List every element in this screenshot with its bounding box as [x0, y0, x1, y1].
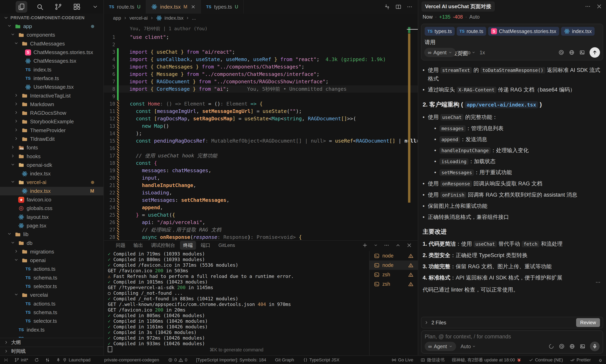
- terminal-session-node[interactable]: node: [370, 251, 418, 260]
- status-go-live[interactable]: Go Live: [391, 357, 413, 363]
- tree-item-lib[interactable]: lib: [0, 230, 103, 239]
- tree-item-favicon.ico[interactable]: ★favicon.ico: [0, 195, 103, 204]
- code-line-28[interactable]: 28 async onResponse(response: Response):…: [104, 234, 418, 240]
- code-line-4[interactable]: 4import { useCallback, useState, useMemo…: [104, 56, 418, 63]
- tree-item-selector.ts[interactable]: TSselector.ts: [0, 317, 103, 325]
- breadcrumb[interactable]: appvercel-aiindex.tsx...: [104, 14, 418, 22]
- response-more-icon[interactable]: [595, 280, 601, 285]
- code-line-9[interactable]: 9: [104, 93, 418, 100]
- activity-branch-button[interactable]: [53, 1, 64, 13]
- tree-item-vercelai[interactable]: vercelai: [0, 291, 103, 299]
- tree-item-RAGDocsShow[interactable]: RAGDocsShow: [0, 109, 103, 117]
- attach-image-icon[interactable]: [579, 50, 585, 55]
- tree-item-schema.ts[interactable]: TSschema.ts: [0, 273, 103, 282]
- code-line-13[interactable]: 13 new Map(): [104, 122, 418, 130]
- status-sync[interactable]: [34, 358, 39, 362]
- sidebar-section-timeline[interactable]: 时间线: [0, 347, 103, 355]
- mic-button[interactable]: [590, 342, 600, 351]
- breadcrumb-file[interactable]: index.tsx: [164, 15, 184, 21]
- dots-editor-action-icon[interactable]: [407, 4, 413, 10]
- code-line-22[interactable]: 22 isLoading,: [104, 189, 418, 196]
- status-project-name[interactable]: private-component-codegen: [104, 357, 159, 363]
- web-icon[interactable]: [569, 50, 575, 55]
- terminal-session-zsh[interactable]: zsh: [370, 279, 418, 289]
- terminal-output[interactable]: ✓ Compiled in 719ms (10393 modules)✓ Com…: [108, 251, 365, 355]
- tree-item-globals.css[interactable]: globals.css: [0, 204, 103, 213]
- status-anime-reminder[interactable]: 很神秘, 有2部番 update at 18:00: [452, 357, 521, 363]
- tab-route.ts[interactable]: TSroute.tsU: [104, 0, 146, 14]
- status-ts-importer[interactable]: [TypeScript Importer]: Symbols: 184: [196, 357, 266, 363]
- sidebar-section-outline[interactable]: 大纲: [0, 338, 103, 347]
- code-line-1[interactable]: 1"use client";: [104, 33, 418, 41]
- mention-icon[interactable]: [558, 50, 564, 55]
- status-remote-indicator[interactable]: [4, 358, 8, 362]
- explorer-section-header[interactable]: PRIVATE-COMPONENT-CODEGEN: [0, 14, 103, 22]
- status-prettier[interactable]: Prettier: [570, 357, 591, 363]
- code-line-19[interactable]: 19 messages: chatMessages,: [104, 167, 418, 174]
- tree-item-fonts[interactable]: Aafonts: [0, 143, 103, 152]
- close-panel-icon[interactable]: [407, 243, 412, 248]
- code-line-27[interactable]: 27 // 处理响应，用于提取 RAG 文档: [104, 226, 418, 234]
- code-line-2[interactable]: 2: [104, 41, 418, 48]
- tree-item-vercel-ai[interactable]: vercel-ai: [0, 178, 103, 187]
- code-line-11[interactable]: 11 const [messageImgUrl, setMessageImgUr…: [104, 107, 418, 115]
- split-editor-action-icon[interactable]: [395, 4, 401, 10]
- panel-tab-调试控制台[interactable]: 调试控制台: [148, 241, 178, 250]
- tree-item-index.tsx[interactable]: index.tsx: [0, 169, 103, 178]
- breadcrumb-part[interactable]: vercel-ai: [129, 15, 148, 21]
- tree-item-actions.ts[interactable]: TSactions.ts: [0, 299, 103, 308]
- new-terminal-icon[interactable]: [362, 243, 368, 248]
- code-editor[interactable]: You, 7秒钟前 | 1 author (You) 1"use client"…: [104, 22, 418, 240]
- close-icon[interactable]: [191, 5, 195, 9]
- multiplier[interactable]: 1x: [480, 50, 485, 55]
- send-button[interactable]: [590, 47, 600, 58]
- tree-item-selector.ts[interactable]: TSselector.ts: [0, 282, 103, 291]
- tree-item-interface.ts[interactable]: TSinterface.ts: [0, 74, 103, 83]
- tree-item-app[interactable]: app: [0, 22, 103, 31]
- code-line-5[interactable]: 5import { ChatMessages } from "../compon…: [104, 63, 418, 70]
- web-icon[interactable]: [569, 343, 575, 349]
- tree-item-UserMessage.tsx[interactable]: UserMessage.tsx: [0, 83, 103, 91]
- code-line-25[interactable]: 25 } = useChat({: [104, 211, 418, 219]
- panel-tab-终端[interactable]: 终端: [180, 241, 196, 250]
- panel-tab-问题[interactable]: 问题: [113, 241, 129, 250]
- tree-item-ChatMessages.tsx[interactable]: ChatMessages.tsx: [0, 57, 103, 65]
- code-line-26[interactable]: 26 api: "/api/vercelai",: [104, 219, 418, 226]
- tree-item-index.tsx[interactable]: index.tsxM: [0, 187, 103, 195]
- context-chip-route.ts[interactable]: TSroute.ts: [457, 27, 486, 36]
- code-line-24[interactable]: 24 append,: [104, 204, 418, 211]
- tree-item-openai-sdk[interactable]: openai-sdk: [0, 161, 103, 169]
- code-line-3[interactable]: 3import { useChat } from "ai/react";: [104, 48, 418, 56]
- code-line-18[interactable]: 18 const {: [104, 159, 418, 167]
- activity-search-button[interactable]: [34, 1, 46, 13]
- panel-tab-输出[interactable]: 输出: [130, 241, 146, 250]
- tree-item-openai[interactable]: openai: [0, 256, 103, 265]
- status-git-graph[interactable]: Git Graph: [275, 357, 294, 363]
- status-notifications[interactable]: [598, 358, 603, 362]
- status-language-mode[interactable]: TypeScript JSX: [303, 357, 339, 363]
- context-chip-index.tsx[interactable]: index.tsx: [561, 27, 594, 36]
- diff-editor-action-icon[interactable]: [384, 4, 390, 10]
- tree-item-TldrawEdit[interactable]: TldrawEdit: [0, 135, 103, 143]
- terminal-session-zsh[interactable]: zsh: [370, 270, 418, 279]
- close-icon[interactable]: [596, 3, 602, 9]
- tree-item-actions.ts[interactable]: TSactions.ts: [0, 265, 103, 273]
- attach-image-icon[interactable]: [579, 343, 586, 349]
- tree-item-index.ts[interactable]: TSindex.ts: [0, 325, 103, 334]
- maximize-panel-icon[interactable]: [395, 243, 401, 248]
- code-line-12[interactable]: 12 const [ragDocsMap, setRagDocsMap] = u…: [104, 115, 418, 122]
- panel-tab-端口[interactable]: 端口: [198, 241, 214, 250]
- terminal-profile-icon[interactable]: [374, 243, 378, 247]
- model-select[interactable]: Auto: [460, 344, 475, 349]
- status-compare-changes[interactable]: [45, 358, 50, 362]
- code-line-15[interactable]: 15 const pendingRagDocsRef: MutableRefOb…: [104, 137, 418, 144]
- tree-item-InteractiveTagList[interactable]: InteractiveTagList: [0, 91, 103, 100]
- code-line-14[interactable]: 14 );: [104, 130, 418, 137]
- context-chip-types.ts[interactable]: TStypes.ts: [425, 27, 455, 36]
- tree-item-hooks[interactable]: hooks: [0, 152, 103, 161]
- agent-mode-pill[interactable]: ∞ Agent: [425, 342, 456, 351]
- mention-icon[interactable]: [559, 343, 565, 349]
- chat-input[interactable]: Plan, @ for context, / for commands ∞ Ag…: [421, 330, 603, 354]
- agent-mode-pill[interactable]: ∞ Agent: [424, 48, 456, 57]
- context-chip-ChatMessages.stories.tsx[interactable]: SChatMessages.stories.tsx: [488, 27, 559, 36]
